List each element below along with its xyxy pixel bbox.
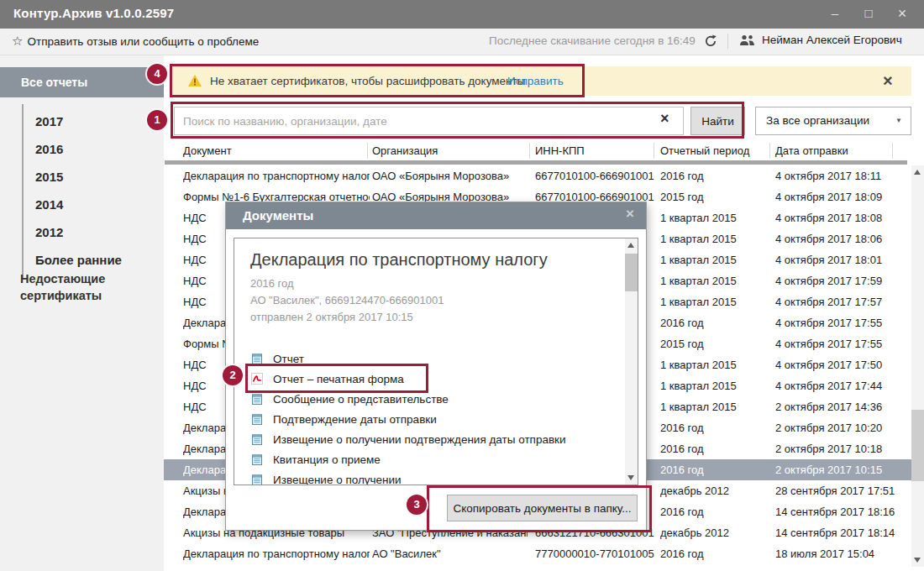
dialog-scrollbar[interactable]	[625, 238, 638, 485]
cell-period: 1 квартал 2015	[660, 296, 769, 308]
cell-sent-date: 2 октября 2017 14:36	[775, 401, 908, 413]
table-row[interactable]: Декларация по транспортному налогу ОАО «…	[164, 165, 911, 186]
organization-filter-dropdown[interactable]: За все организации ▼	[755, 107, 911, 135]
cell-sent-date: 18 июля 2017 15:04	[775, 547, 908, 560]
scroll-up-icon[interactable]	[627, 243, 634, 248]
documents-dialog: Документы × Декларация по транспортному …	[225, 202, 647, 531]
user-account[interactable]: Нейман Алексей Егорович	[739, 34, 902, 46]
document-file-icon	[250, 432, 264, 446]
cell-sent-date: 2 октября 2017 10:15	[775, 464, 908, 476]
dialog-title-bar[interactable]: Документы ×	[226, 202, 646, 229]
cell-inn-kpp: 7770000010-770101005	[535, 547, 654, 560]
document-file-icon	[250, 352, 264, 365]
app-title: Контур.Архив v1.0.0.2597	[13, 6, 174, 20]
column-header-organization[interactable]: Организация	[372, 144, 438, 157]
sidebar-item-all-reports[interactable]: Все отчеты	[0, 67, 164, 97]
cell-period: декабрь 2012	[660, 485, 769, 497]
document-sent-date: отправлен 2 октября 2017 10:15	[250, 309, 444, 326]
sidebar-item-year[interactable]: 2014	[24, 191, 122, 218]
file-item[interactable]: Извещение о получении подтверждения даты…	[250, 429, 603, 449]
horizontal-scrollbar[interactable]	[165, 160, 907, 165]
annotation-badge-4: 4	[147, 64, 167, 84]
dialog-close-icon[interactable]: ×	[626, 206, 634, 223]
minimize-button[interactable]: –	[818, 0, 852, 29]
document-title: Декларация по транспортному налогу	[250, 250, 548, 270]
cell-period: 1 квартал 2015	[660, 275, 769, 287]
user-name: Нейман Алексей Егорович	[762, 34, 902, 46]
search-input[interactable]	[174, 107, 684, 135]
find-button[interactable]: Найти	[690, 107, 745, 135]
cell-sent-date: 4 октября 2017 17:44	[775, 380, 908, 392]
file-item[interactable]: Извещение о получении	[250, 469, 603, 485]
sidebar-item-year[interactable]: 2017	[24, 107, 122, 135]
annotation-badge-2: 2	[223, 365, 243, 385]
dialog-title: Документы	[243, 208, 313, 223]
chevron-down-icon: ▼	[895, 107, 902, 134]
cell-sent-date: 28 сентября 2017 17:51	[775, 485, 908, 497]
cell-sent-date: 4 октября 2017 18:06	[775, 233, 908, 245]
banner-close-icon[interactable]: ×	[883, 70, 893, 92]
cell-period: 2015 год	[660, 191, 769, 203]
cell-sent-date: 4 октября 2017 18:09	[775, 191, 908, 203]
file-label: Извещение о получении подтверждения даты…	[273, 433, 566, 446]
sidebar-item-year[interactable]: 2012	[24, 218, 122, 246]
sidebar-item-year[interactable]: 2016	[24, 135, 122, 163]
fix-link[interactable]: Исправить	[507, 75, 564, 87]
warning-icon	[187, 74, 202, 91]
cell-period: 1 квартал 2015	[660, 380, 769, 392]
document-file-list: Отчет Отчет – печатная форма	[250, 348, 603, 485]
cell-inn-kpp: 6677010100-666901001	[535, 170, 654, 182]
annotation-badge-3: 3	[407, 495, 427, 515]
sidebar-item-year[interactable]: 2015	[24, 163, 122, 191]
vertical-scrollbar[interactable]	[911, 165, 924, 567]
file-label: Отчет – печатная форма	[273, 373, 404, 385]
title-bar: Контур.Архив v1.0.0.2597 – □ ×	[0, 0, 924, 29]
column-header-sent-date[interactable]: Дата отправки	[775, 144, 848, 157]
column-divider	[892, 143, 893, 159]
file-item[interactable]: Подтверждение даты отправки	[250, 409, 603, 429]
scroll-down-icon[interactable]	[627, 475, 634, 480]
column-divider	[367, 143, 368, 159]
sidebar-item-missing-certificates[interactable]: Недостающие сертификаты	[20, 270, 134, 304]
file-label: Квитанция о приеме	[273, 453, 381, 466]
column-header-period[interactable]: Отчетный период	[660, 144, 749, 157]
table-row[interactable]: Декларация по транспортному налогу АО "В…	[164, 543, 911, 564]
cell-sent-date: 4 октября 2017 17:50	[775, 359, 908, 371]
file-item[interactable]: Квитанция о приеме	[250, 449, 603, 469]
cell-organization: АО "Василек"	[372, 547, 528, 560]
document-organization: АО "Василек", 6669124470-666901001	[250, 292, 444, 309]
cell-sent-date: 2 октября 2017 10:20	[775, 422, 908, 434]
scrollbar-thumb[interactable]	[625, 254, 638, 291]
close-button[interactable]: ×	[885, 0, 919, 29]
file-label: Отчет	[273, 353, 304, 365]
maximize-button[interactable]: □	[852, 0, 885, 29]
cell-period: 1 квартал 2015	[660, 254, 769, 266]
document-file-icon	[250, 412, 264, 426]
send-feedback-link[interactable]: ☆Отправить отзыв или сообщить о проблеме	[12, 34, 259, 49]
file-item[interactable]: Отчет	[250, 348, 603, 369]
scroll-up-icon[interactable]	[914, 170, 921, 175]
cell-sent-date: 4 октября 2017 18:08	[775, 212, 908, 224]
refresh-icon[interactable]	[704, 34, 717, 48]
sidebar: Все отчеты 20172016201520142012Более ран…	[0, 55, 164, 571]
copy-documents-button[interactable]: Скопировать документы в папку...	[447, 495, 638, 521]
cell-period: декабрь 2012	[660, 526, 769, 539]
file-item[interactable]: Сообщение о представительстве	[250, 389, 603, 409]
column-header-document[interactable]: Документ	[183, 144, 232, 157]
users-icon	[739, 34, 755, 46]
star-icon: ☆	[12, 34, 23, 48]
cell-sent-date: 4 октября 2017 17:57	[775, 296, 908, 308]
cell-period: 2016 год	[660, 422, 769, 434]
column-header-inn-kpp[interactable]: ИНН-КПП	[535, 144, 585, 157]
warning-text: Не хватает сертификатов, чтобы расшифров…	[210, 75, 525, 87]
cell-sent-date: 4 октября 2017 18:11	[775, 170, 908, 182]
send-feedback-label: Отправить отзыв или сообщить о проблеме	[27, 35, 259, 48]
file-item[interactable]: Отчет – печатная форма	[250, 369, 603, 389]
cell-period: 2016 год	[660, 506, 769, 518]
cell-period: 1 квартал 2015	[660, 212, 769, 224]
column-divider	[769, 143, 770, 159]
pdf-file-icon	[250, 372, 264, 385]
scroll-down-icon[interactable]	[914, 558, 921, 563]
scrollbar-thumb[interactable]	[911, 410, 924, 481]
search-clear-icon[interactable]: ×	[660, 110, 669, 128]
